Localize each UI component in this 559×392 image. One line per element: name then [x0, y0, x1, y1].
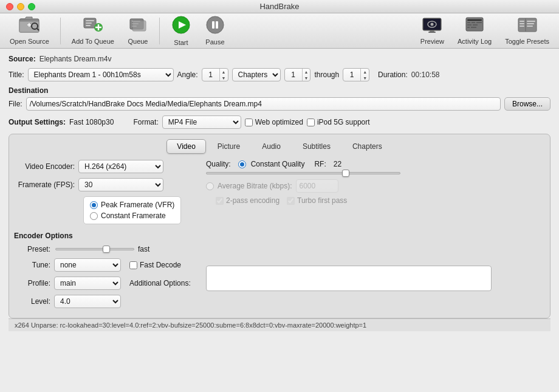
- web-optimized-checkbox[interactable]: [245, 119, 253, 126]
- ipod-support-text: iPod 5G support: [317, 118, 370, 126]
- fps-label: Framerate (FPS):: [14, 181, 75, 189]
- svg-point-26: [431, 23, 434, 26]
- toolbar-divider-1: [60, 18, 61, 44]
- chapters-select[interactable]: Chapters: [232, 68, 281, 81]
- source-label: Source:: [9, 55, 36, 63]
- encoder-options-title: Encoder Options: [14, 232, 196, 240]
- preset-slider-track[interactable]: [55, 248, 134, 250]
- preset-slider-thumb[interactable]: [103, 246, 110, 253]
- quality-slider-track[interactable]: [206, 172, 400, 174]
- two-pass-checkbox[interactable]: [216, 197, 224, 205]
- svg-point-20: [207, 16, 224, 33]
- peak-framerate-radio[interactable]: [90, 201, 98, 209]
- chapter-end-spinbox[interactable]: ▲ ▼: [343, 68, 369, 81]
- toggle-presets-label: Toggle Presets: [505, 38, 549, 45]
- angle-up[interactable]: ▲: [220, 69, 228, 75]
- peak-framerate-row[interactable]: Peak Framerate (VFR): [90, 201, 174, 209]
- tab-picture[interactable]: Picture: [207, 139, 250, 154]
- tab-audio[interactable]: Audio: [252, 139, 291, 154]
- chapter-end-up[interactable]: ▲: [361, 69, 369, 75]
- angle-down[interactable]: ▼: [220, 75, 228, 81]
- fast-decode-text: Fast Decode: [140, 261, 181, 269]
- browse-button[interactable]: Browse...: [504, 97, 550, 111]
- angle-arrows[interactable]: ▲ ▼: [219, 69, 228, 81]
- activity-log-button[interactable]: Activity Log: [453, 14, 496, 47]
- open-source-button[interactable]: Open Source: [5, 14, 54, 47]
- additional-options-textarea[interactable]: [206, 266, 492, 291]
- svg-rect-38: [518, 18, 537, 32]
- additional-options-label: Additional Options:: [129, 279, 191, 287]
- file-path-input[interactable]: [26, 97, 501, 111]
- tab-subtitles[interactable]: Subtitles: [292, 139, 341, 154]
- tune-label: Tune:: [14, 261, 50, 269]
- destination-label: Destination: [9, 86, 550, 95]
- ipod-support-label[interactable]: iPod 5G support: [307, 118, 370, 126]
- chapter-start-arrows[interactable]: ▲ ▼: [302, 69, 310, 81]
- bitrate-input[interactable]: [296, 179, 338, 193]
- add-to-queue-button[interactable]: Add To Queue: [67, 14, 119, 47]
- window-controls[interactable]: [6, 3, 35, 10]
- preset-row: Preset: fast: [14, 245, 196, 253]
- chapter-end-input[interactable]: [343, 70, 360, 79]
- rf-value: 22: [334, 160, 341, 168]
- duration-label: Duration:: [378, 70, 408, 79]
- through-label: through: [314, 70, 339, 79]
- tab-video[interactable]: Video: [166, 139, 205, 154]
- constant-quality-label: Constant Quality: [251, 160, 305, 168]
- angle-input[interactable]: [202, 70, 219, 79]
- tabs-container: Video Picture Audio Subtitles Chapters V…: [9, 134, 550, 318]
- chapter-start-spinbox[interactable]: ▲ ▼: [284, 68, 311, 81]
- constant-quality-radio[interactable]: [238, 160, 246, 168]
- toggle-presets-button[interactable]: Toggle Presets: [500, 14, 554, 47]
- svg-rect-17: [132, 21, 146, 31]
- fps-select[interactable]: 30 23.976 25 29.97: [78, 178, 163, 191]
- chapter-end-arrows[interactable]: ▲ ▼: [360, 69, 369, 81]
- constant-framerate-radio[interactable]: [90, 212, 98, 220]
- encoder-select[interactable]: H.264 (x264) H.265 (x265) MPEG-4: [78, 160, 163, 173]
- format-select[interactable]: MP4 File MKV File: [162, 115, 241, 129]
- pause-button[interactable]: Pause: [200, 13, 230, 48]
- tab-chapters[interactable]: Chapters: [342, 139, 393, 154]
- chapter-end-down[interactable]: ▼: [361, 75, 369, 81]
- angle-spinbox[interactable]: ▲ ▼: [202, 68, 228, 81]
- start-button[interactable]: Start: [166, 13, 196, 49]
- quality-slider-thumb[interactable]: [342, 170, 349, 177]
- turbo-first-label[interactable]: Turbo first pass: [287, 196, 347, 205]
- tune-select[interactable]: none film animation: [54, 258, 121, 272]
- two-pass-label[interactable]: 2-pass encoding: [216, 196, 280, 205]
- svg-rect-8: [86, 22, 92, 24]
- level-select[interactable]: 4.0 3.0 3.1 4.1: [54, 295, 121, 308]
- status-text: x264 Unparse: rc-lookahead=30:level=4.0:…: [15, 322, 366, 329]
- minimize-button[interactable]: [17, 3, 24, 10]
- close-button[interactable]: [6, 3, 13, 10]
- maximize-button[interactable]: [28, 3, 35, 10]
- svg-rect-40: [520, 21, 524, 22]
- preview-icon: [422, 16, 442, 36]
- svg-rect-42: [520, 26, 524, 27]
- ipod-support-checkbox[interactable]: [307, 119, 315, 126]
- open-source-label: Open Source: [10, 38, 49, 45]
- queue-button[interactable]: Queue: [123, 14, 153, 47]
- chapter-start-up[interactable]: ▲: [303, 69, 310, 75]
- constant-framerate-row[interactable]: Constant Framerate: [90, 211, 174, 220]
- preview-button[interactable]: Preview: [416, 14, 449, 47]
- avg-bitrate-row: Average Bitrate (kbps):: [206, 179, 545, 193]
- pause-label: Pause: [205, 38, 224, 46]
- chapter-start-input[interactable]: [285, 70, 302, 79]
- fast-decode-checkbox[interactable]: [129, 261, 137, 269]
- profile-select[interactable]: main baseline high: [54, 277, 121, 290]
- avg-bitrate-radio[interactable]: [206, 182, 214, 190]
- constant-framerate-label: Constant Framerate: [101, 211, 166, 220]
- quality-row: Quality: Constant Quality RF: 22: [206, 160, 545, 168]
- title-select[interactable]: Elephants Dream 1 - 00h10m58s: [28, 68, 174, 81]
- activity-log-icon: [464, 16, 485, 36]
- web-optimized-label[interactable]: Web optimized: [245, 118, 303, 126]
- chapter-start-down[interactable]: ▼: [303, 75, 310, 81]
- fast-decode-label[interactable]: Fast Decode: [129, 261, 181, 269]
- turbo-first-checkbox[interactable]: [287, 197, 295, 205]
- svg-rect-45: [527, 26, 533, 27]
- additional-options-right: Additional Options:: [129, 279, 191, 287]
- avg-bitrate-label: Average Bitrate (kbps):: [218, 182, 292, 190]
- svg-rect-21: [212, 21, 214, 29]
- duration-value: 00:10:58: [411, 70, 440, 79]
